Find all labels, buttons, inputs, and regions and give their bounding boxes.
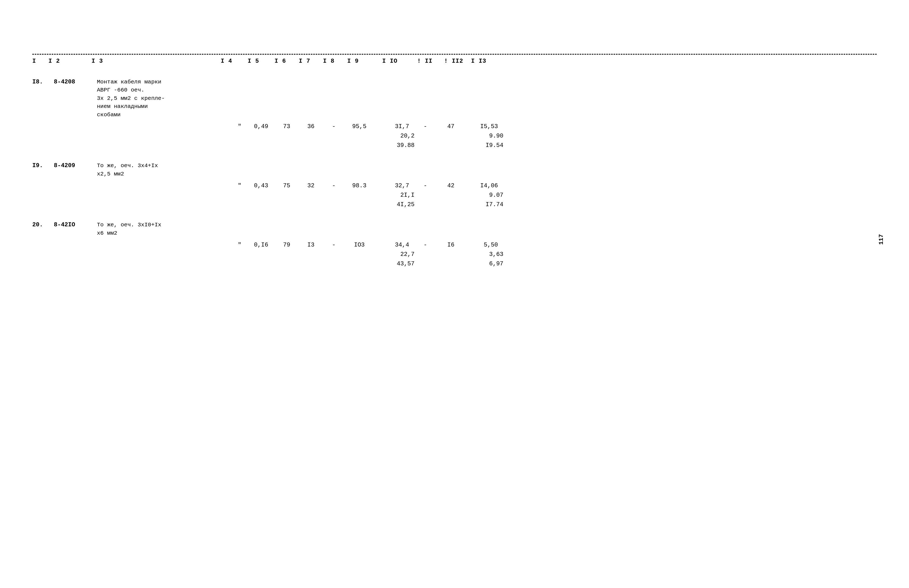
row-18-col12-3: I9.54 bbox=[468, 142, 506, 149]
col-header-9: I 9 bbox=[347, 58, 382, 65]
row-18-col8: 95,5 bbox=[345, 123, 374, 130]
row-20-sub2: 43,57 6,97 bbox=[32, 260, 877, 267]
row-19-col7: - bbox=[323, 183, 345, 189]
row-18-col7: - bbox=[323, 123, 345, 130]
row-18-desc: I8. 8-4208 Монтаж кабеля марки АВРГ -660… bbox=[32, 78, 877, 119]
row-19-col11: 42 bbox=[439, 183, 463, 189]
row-18-col12-1: I5,53 bbox=[463, 123, 501, 130]
row-20-unit: " bbox=[231, 242, 247, 249]
row-19-col9-3: 4I,25 bbox=[380, 201, 417, 208]
row-18-col6: 36 bbox=[299, 123, 323, 130]
row-19-code: 8-4209 bbox=[54, 162, 97, 169]
row-19-values: " 0,43 75 32 - 98.3 32,7 - 42 I4,06 bbox=[32, 183, 877, 189]
page-container: I I 2 I 3 I 4 I 5 I 6 I 7 I 8 I 9 I IO !… bbox=[0, 0, 909, 588]
row-18-col5: 73 bbox=[275, 123, 299, 130]
row-19-col8: 98.3 bbox=[345, 183, 374, 189]
row-19-sub1: 2I,I 9.07 bbox=[32, 192, 877, 199]
row-18-description: Монтаж кабеля марки АВРГ -660 оеч. 3х 2,… bbox=[97, 78, 226, 119]
row-20-description: То же, оеч. 3хI0+Iх х6 мм2 bbox=[97, 221, 226, 237]
row-19-col6: 32 bbox=[299, 183, 323, 189]
col-header-8: I 8 bbox=[323, 58, 347, 65]
row-18: I8. 8-4208 Монтаж кабеля марки АВРГ -660… bbox=[32, 78, 877, 149]
row-19-col12-1: I4,06 bbox=[463, 183, 501, 189]
row-18-sub2: 39.88 I9.54 bbox=[32, 142, 877, 149]
row-19-col5: 75 bbox=[275, 183, 299, 189]
row-20-num: 20. bbox=[32, 221, 54, 228]
row-18-unit: " bbox=[231, 123, 247, 130]
column-headers: I I 2 I 3 I 4 I 5 I 6 I 7 I 8 I 9 I IO !… bbox=[32, 58, 877, 65]
row-20-col12-1: 5,50 bbox=[463, 242, 501, 249]
col-header-5: I 5 bbox=[247, 58, 275, 65]
row-20-col9-2: 22,7 bbox=[380, 251, 417, 258]
row-19-col9-1: 32,7 bbox=[374, 183, 412, 189]
row-20-col9-1: 34,4 bbox=[374, 242, 412, 249]
row-20-desc: 20. 8-42IO То же, оеч. 3хI0+Iх х6 мм2 bbox=[32, 221, 877, 237]
page-number: 117 bbox=[878, 234, 885, 245]
row-19-col9-2: 2I,I bbox=[380, 192, 417, 199]
row-18-col11: 47 bbox=[439, 123, 463, 130]
row-20-col5: 79 bbox=[275, 242, 299, 249]
row-19-unit: " bbox=[231, 183, 247, 189]
row-19: I9. 8-4209 То же, оеч. 3х4+Iх х2,5 мм2 "… bbox=[32, 162, 877, 208]
row-18-col9-2: 20,2 bbox=[380, 132, 417, 139]
col-header-4: I 4 bbox=[221, 58, 247, 65]
row-20-col8: IO3 bbox=[345, 242, 374, 249]
row-18-sub1: 20,2 9.90 bbox=[32, 132, 877, 139]
row-18-col9-1: 3I,7 bbox=[374, 123, 412, 130]
col-header-11: ! II bbox=[417, 58, 444, 65]
row-20-sub1: 22,7 3,63 bbox=[32, 251, 877, 258]
col-header-12: ! II2 bbox=[444, 58, 471, 65]
row-18-col10: - bbox=[412, 123, 439, 130]
row-20-col9-3: 43,57 bbox=[380, 260, 417, 267]
row-20-values: " 0,I6 79 I3 - IO3 34,4 - I6 5,50 bbox=[32, 242, 877, 249]
row-19-col12-2: 9.07 bbox=[468, 192, 506, 199]
row-18-num: I8. bbox=[32, 78, 54, 85]
row-19-num: I9. bbox=[32, 162, 54, 169]
row-18-values: " 0,49 73 36 - 95,5 3I,7 - 47 I5,53 bbox=[32, 123, 877, 130]
row-20-code: 8-42IO bbox=[54, 221, 97, 228]
row-20: 20. 8-42IO То же, оеч. 3хI0+Iх х6 мм2 " … bbox=[32, 221, 877, 267]
row-19-col12-3: I7.74 bbox=[468, 201, 506, 208]
col-header-7: I 7 bbox=[299, 58, 323, 65]
table-area: I8. 8-4208 Монтаж кабеля марки АВРГ -660… bbox=[32, 78, 877, 267]
row-20-col12-3: 6,97 bbox=[468, 260, 506, 267]
row-18-col9-3: 39.88 bbox=[380, 142, 417, 149]
col-header-2: I 2 bbox=[49, 58, 92, 65]
col-header-1: I bbox=[32, 58, 49, 65]
row-19-sub2: 4I,25 I7.74 bbox=[32, 201, 877, 208]
col-header-13: I I3 bbox=[471, 58, 514, 65]
row-18-code: 8-4208 bbox=[54, 78, 97, 85]
col-header-6: I 6 bbox=[275, 58, 299, 65]
row-19-desc: I9. 8-4209 То же, оеч. 3х4+Iх х2,5 мм2 bbox=[32, 162, 877, 178]
row-20-col4: 0,I6 bbox=[247, 242, 275, 249]
row-19-description: То же, оеч. 3х4+Iх х2,5 мм2 bbox=[97, 162, 226, 178]
col-header-10: I IO bbox=[382, 58, 417, 65]
dashed-separator bbox=[32, 54, 877, 55]
row-20-col11: I6 bbox=[439, 242, 463, 249]
row-18-col12-2: 9.90 bbox=[468, 132, 506, 139]
row-20-col6: I3 bbox=[299, 242, 323, 249]
col-header-3: I 3 bbox=[92, 58, 221, 65]
row-19-col4: 0,43 bbox=[247, 183, 275, 189]
row-20-col7: - bbox=[323, 242, 345, 249]
row-20-col10: - bbox=[412, 242, 439, 249]
row-18-col4: 0,49 bbox=[247, 123, 275, 130]
row-20-col12-2: 3,63 bbox=[468, 251, 506, 258]
row-19-col10: - bbox=[412, 183, 439, 189]
